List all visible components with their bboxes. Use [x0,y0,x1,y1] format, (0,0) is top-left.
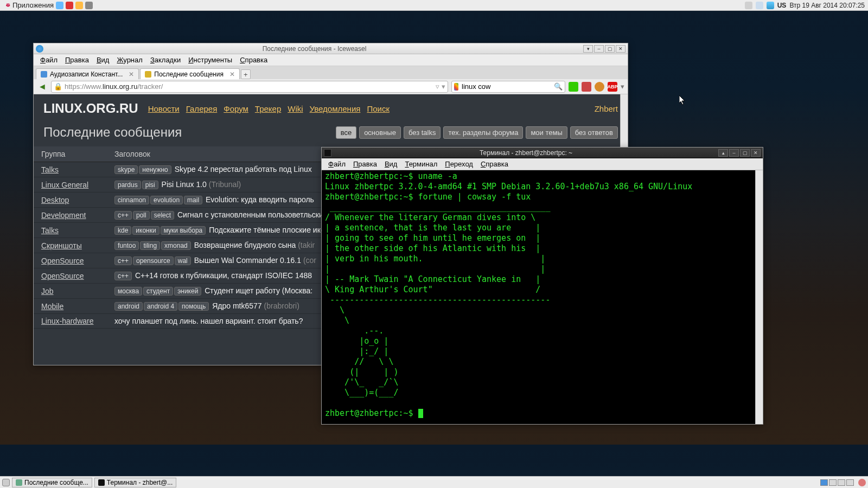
menu-item[interactable]: Вид [381,159,401,169]
tab-close-icon[interactable]: ✕ [229,70,235,78]
topic-title[interactable]: Студент ищет работу (Москва: [202,286,312,295]
tag[interactable]: kde [114,226,131,235]
adblock-icon[interactable]: ABP [608,82,617,92]
group-link[interactable]: Linux General [41,181,88,189]
group-link[interactable]: OpenSource [41,272,84,280]
topic-title[interactable]: C++14 готов к публикации, стандарт ISO/I… [133,271,312,280]
tray-mail-icon[interactable] [66,2,73,9]
tag[interactable]: эникей [174,287,201,296]
tray-volume-icon[interactable] [745,2,752,9]
menu-item[interactable]: Терминал [401,159,441,169]
group-link[interactable]: Talks [41,165,59,174]
tag[interactable]: mail [184,196,202,204]
url-bar[interactable]: 🔒 https://www.linux.org.ru/tracker/ ▿ ▾ [51,81,448,93]
group-link[interactable]: Development [41,211,86,220]
tag[interactable]: funtoo [114,241,139,250]
tag[interactable]: ненужно [139,165,171,174]
search-go-icon[interactable]: 🔍 [554,82,563,91]
window-minimize2-button[interactable]: – [594,45,604,53]
menu-item[interactable]: Справка [237,55,271,65]
window-maximize-button[interactable]: ▢ [605,45,615,53]
topic-title[interactable]: Возвращение блудного сына [192,241,298,249]
nav-link[interactable]: Новости [148,104,180,113]
menu-item[interactable]: Закладки [147,55,184,65]
tab-tracker[interactable]: Последние сообщения ✕ [140,68,240,79]
menu-item[interactable]: Правка [62,55,92,65]
tag[interactable]: tiling [140,241,160,250]
filter-button[interactable]: тех. разделы форума [443,126,523,139]
window-close-button[interactable]: ✕ [616,45,626,53]
search-bar[interactable]: 🔍 [451,81,565,93]
tag[interactable]: муки выбора [161,226,206,235]
nav-link[interactable]: Уведомления [310,104,361,113]
terminal-titlebar[interactable]: Терминал - zhbert@zhbertpc: ~ ▴ – ▢ ✕ [322,147,763,158]
feed-icon[interactable]: ▿ [436,82,439,91]
tag[interactable]: wal [175,256,191,265]
topic-title[interactable]: Evolution: куда вводить пароль [203,195,314,204]
filter-button[interactable]: мои темы [526,126,567,139]
menu-item[interactable]: Правка [350,159,380,169]
menu-item[interactable]: Переход [442,159,476,169]
tray-battery-icon[interactable] [756,2,763,9]
tray-calendar-icon[interactable] [75,2,83,9]
terminal-output[interactable]: zhbert@zhbertpc:~$ uname -a Linux zhbert… [322,170,763,424]
tag[interactable]: evolution [150,196,183,204]
window-minimize-button[interactable]: ▾ [583,45,593,53]
filter-button[interactable]: без ответов [570,126,618,139]
nav-link[interactable]: Форум [224,104,248,113]
nav-link[interactable]: Wiki [288,104,303,113]
topic-title[interactable]: хочу планшет под линь. нашел вариант. ст… [114,317,303,325]
group-link[interactable]: Linux-hardware [41,317,94,325]
tab-audio[interactable]: Аудиозаписи Констант... ✕ [36,68,139,79]
tag[interactable]: c++ [114,256,132,265]
topic-title[interactable]: Вышел Wal Commander 0.16.1 [192,256,303,265]
tray-globe-icon[interactable] [56,2,63,9]
topic-title[interactable]: Ядро mtk6577 [210,301,264,310]
window-maximize-button[interactable]: ▢ [740,149,750,157]
window-close-button[interactable]: ✕ [751,149,761,157]
tag[interactable]: иконки [132,226,159,235]
group-link[interactable]: Mobile [41,302,63,311]
terminal-scrollbar[interactable] [755,170,763,424]
tag[interactable]: студент [143,287,173,296]
toolbar-dropdown-icon[interactable]: ▾ [621,82,624,91]
filter-button[interactable]: все [336,126,357,139]
greasemonkey-icon[interactable] [595,82,604,92]
group-link[interactable]: OpenSource [41,256,84,265]
nav-link[interactable]: Поиск [367,104,390,113]
tray-update-icon[interactable] [85,2,93,9]
menu-item[interactable]: Справка [477,159,512,169]
tag[interactable]: cinnamon [114,196,149,204]
menu-item[interactable]: Журнал [113,55,145,65]
menu-item[interactable]: Файл [325,159,349,169]
tag[interactable]: pisi [142,181,158,189]
tab-close-icon[interactable]: ✕ [129,70,134,78]
filter-button[interactable]: без talks [404,126,441,139]
tag[interactable]: москва [114,287,142,296]
home-icon[interactable] [582,82,591,92]
menu-item[interactable]: Вид [93,55,113,65]
window-shade-button[interactable]: ▴ [718,149,728,157]
group-link[interactable]: Скриншоты [41,241,82,250]
new-tab-button[interactable]: + [241,69,251,79]
tag[interactable]: c++ [114,272,132,280]
tag[interactable]: select [151,211,174,220]
menu-item[interactable]: Файл [37,55,61,65]
tag[interactable]: помощь [178,302,209,311]
menu-item[interactable]: Инструменты [185,55,235,65]
window-minimize-button[interactable]: – [729,149,739,157]
download-arrow-icon[interactable] [569,82,578,92]
topic-title[interactable]: Подскажите тёмные плоские иконки [207,226,336,234]
back-button[interactable]: ◄ [37,81,48,92]
keyboard-layout-indicator[interactable]: US [777,2,781,9]
user-link[interactable]: Zhbert [595,104,618,113]
tag[interactable]: android [114,302,143,311]
group-link[interactable]: Desktop [41,196,69,204]
group-link[interactable]: Talks [41,226,59,235]
tray-network-icon[interactable] [767,2,774,9]
applications-menu[interactable]: Приложения [12,1,54,9]
group-link[interactable]: Job [41,287,54,296]
filter-button[interactable]: основные [359,126,401,139]
tag[interactable]: pardus [114,181,141,189]
tag[interactable]: android 4 [144,302,177,311]
